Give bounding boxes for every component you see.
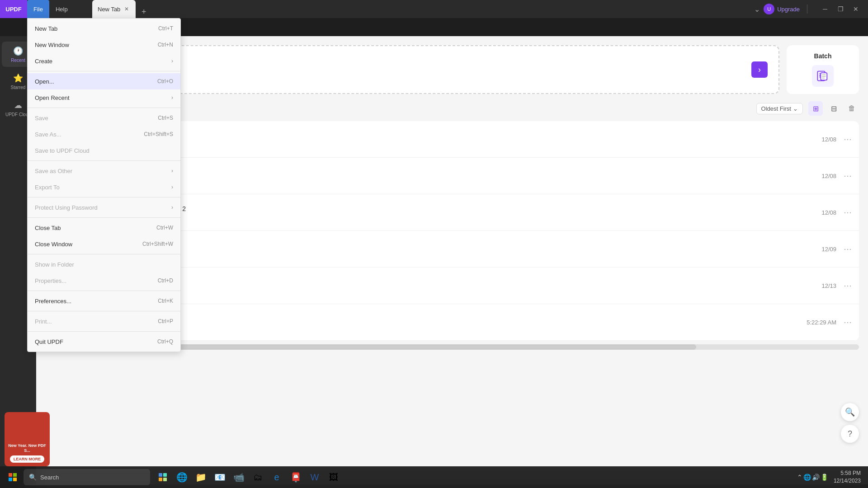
svg-rect-35 bbox=[163, 478, 167, 481]
file-more-button[interactable]: ⋯ bbox=[844, 244, 852, 254]
taskbar-widgets-icon[interactable] bbox=[154, 468, 172, 486]
view-grid-icon[interactable]: ⊞ bbox=[808, 101, 823, 116]
start-button[interactable] bbox=[4, 468, 22, 486]
separator-1 bbox=[28, 71, 180, 71]
nav-help[interactable]: Help bbox=[49, 0, 74, 18]
file-name: Arthropods bbox=[80, 132, 821, 139]
tab-new-tab[interactable]: New Tab ✕ bbox=[92, 0, 136, 18]
view-list-icon[interactable]: ⊟ bbox=[826, 101, 841, 116]
app-logo[interactable]: UPDF bbox=[0, 0, 27, 18]
menu-protect-password: Protect Using Password › bbox=[28, 199, 180, 216]
help-float-button[interactable]: ? bbox=[841, 425, 859, 443]
menu-open[interactable]: Open... Ctrl+O bbox=[28, 73, 180, 89]
battery-icon[interactable]: 🔋 bbox=[821, 474, 828, 481]
chevron-up-icon[interactable]: ⌃ bbox=[797, 474, 802, 481]
taskbar: 🔍 Search 🌐 📁 📧 📹 🗂 e 📮 W 🖼 ⌃ 🌐 🔊 🔋 5:58 … bbox=[0, 466, 868, 488]
sort-chevron-icon: ⌄ bbox=[793, 105, 798, 112]
file-info: test 📄 1/3 | 151.88 KB bbox=[80, 278, 821, 293]
taskbar-search-box[interactable]: 🔍 Search bbox=[24, 469, 150, 485]
menu-print: Print... Ctrl+P bbox=[28, 313, 180, 329]
batch-icon[interactable] bbox=[812, 65, 834, 87]
taskbar-outlook-icon[interactable]: 📮 bbox=[287, 468, 305, 486]
menu-close-window[interactable]: Close Window Ctrl+Shift+W bbox=[28, 236, 180, 252]
file-name: Arthropods large_8Dec bbox=[80, 315, 807, 322]
file-more-button[interactable]: ⋯ bbox=[844, 171, 852, 181]
file-more-button[interactable]: ⋯ bbox=[844, 281, 852, 291]
sound-icon[interactable]: 🔊 bbox=[812, 474, 820, 481]
tab-close-icon[interactable]: ✕ bbox=[123, 5, 130, 13]
recent-icon: 🕐 bbox=[13, 46, 23, 56]
network-icon[interactable]: 🌐 bbox=[803, 474, 811, 481]
ad-learn-more-button[interactable]: LEARN MORE bbox=[10, 455, 45, 463]
add-tab-button[interactable]: + bbox=[137, 5, 150, 18]
taskbar-search-label: Search bbox=[40, 474, 59, 481]
file-more-button[interactable]: ⋯ bbox=[844, 134, 852, 144]
menu-save-as: Save As... Ctrl+Shift+S bbox=[28, 126, 180, 142]
separator-9 bbox=[28, 331, 180, 332]
nav-file[interactable]: File bbox=[27, 0, 49, 18]
file-more-button[interactable]: ⋯ bbox=[844, 317, 852, 327]
ad-text: New Year. New PDF S... bbox=[5, 443, 50, 454]
file-date: 12/08 bbox=[821, 136, 836, 143]
file-date: 12/09 bbox=[821, 246, 836, 253]
taskbar-edge-icon[interactable]: e bbox=[268, 468, 286, 486]
user-avatar: U bbox=[764, 4, 774, 14]
separator-4 bbox=[28, 197, 180, 197]
titlebar-right: ⌄ U Upgrade ─ ❐ ✕ bbox=[754, 2, 868, 16]
taskbar-explorer-icon[interactable]: 🗂 bbox=[249, 468, 267, 486]
sort-dropdown[interactable]: Oldest First ⌄ bbox=[756, 103, 803, 114]
taskbar-browser-icon[interactable]: 🌐 bbox=[173, 468, 191, 486]
open-file-arrow-button[interactable]: › bbox=[751, 61, 768, 78]
star-icon: ⭐ bbox=[13, 73, 23, 83]
file-name: Dummy PDF_Copy_Merged bbox=[80, 242, 821, 249]
file-info: sec 1 📄 1/1 | 208.31 KB bbox=[80, 169, 821, 183]
svg-rect-32 bbox=[159, 473, 162, 477]
menu-quit[interactable]: Quit UPDF Ctrl+Q bbox=[28, 333, 180, 350]
taskbar-search-icon: 🔍 bbox=[29, 474, 37, 481]
taskbar-sys-icons: ⌃ 🌐 🔊 🔋 bbox=[797, 474, 828, 481]
file-dropdown-menu: New Tab Ctrl+T New Window Ctrl+N Create … bbox=[27, 18, 181, 352]
batch-section: Batch bbox=[787, 45, 859, 94]
close-button[interactable]: ✕ bbox=[849, 2, 863, 16]
nav-bar: File Help bbox=[27, 0, 74, 18]
menu-show-folder: Show in Folder bbox=[28, 256, 180, 272]
taskbar-pinned-apps: 🌐 📁 📧 📹 🗂 e 📮 W 🖼 bbox=[154, 468, 343, 486]
menu-open-recent[interactable]: Open Recent › bbox=[28, 89, 180, 106]
cloud-icon: ☁ bbox=[14, 100, 22, 110]
file-date: 12/13 bbox=[821, 282, 836, 289]
menu-create[interactable]: Create › bbox=[28, 53, 180, 69]
search-float-button[interactable]: 🔍 bbox=[841, 403, 859, 421]
file-more-button[interactable]: ⋯ bbox=[844, 207, 852, 217]
taskbar-word-icon[interactable]: W bbox=[306, 468, 324, 486]
menu-close-tab[interactable]: Close Tab Ctrl+W bbox=[28, 220, 180, 236]
taskbar-app-icon[interactable]: 🖼 bbox=[325, 468, 343, 486]
menu-preferences[interactable]: Preferences... Ctrl+K bbox=[28, 293, 180, 309]
upgrade-button[interactable]: U Upgrade bbox=[764, 4, 800, 14]
menu-new-tab[interactable]: New Tab Ctrl+T bbox=[28, 20, 180, 37]
float-buttons: 🔍 ? bbox=[841, 403, 859, 443]
ad-banner: New Year. New PDF S... LEARN MORE bbox=[5, 412, 50, 466]
delete-icon[interactable]: 🗑 bbox=[844, 101, 859, 116]
file-info: scherer acid ceramidase Cell Metab 2 📄 1… bbox=[80, 205, 821, 220]
file-name: test bbox=[80, 278, 821, 286]
taskbar-clock[interactable]: 5:58 PM 12/14/2023 bbox=[834, 469, 861, 485]
file-info: Dummy PDF_Copy_Merged 📄 1/1 | 464.60 KB bbox=[80, 242, 821, 257]
taskbar-mail-icon[interactable]: 📧 bbox=[211, 468, 229, 486]
view-controls: ⊞ ⊟ 🗑 bbox=[808, 101, 859, 116]
svg-rect-31 bbox=[13, 478, 17, 481]
menu-new-window[interactable]: New Window Ctrl+N bbox=[28, 37, 180, 53]
svg-rect-28 bbox=[9, 473, 12, 477]
file-meta: 📄 1/3 | 151.88 KB bbox=[80, 287, 821, 293]
file-meta: 📄 1/1 | 208.31 KB bbox=[80, 177, 821, 183]
minimize-button[interactable]: ─ bbox=[818, 2, 832, 16]
tabs-dropdown-icon[interactable]: ⌄ bbox=[754, 5, 760, 14]
file-meta: 📄 1/26 | 9.89 MB bbox=[80, 214, 821, 220]
separator-2 bbox=[28, 108, 180, 108]
batch-title: Batch bbox=[794, 52, 852, 60]
taskbar-meeting-icon[interactable]: 📹 bbox=[230, 468, 248, 486]
separator-5 bbox=[28, 217, 180, 218]
taskbar-files-icon[interactable]: 📁 bbox=[192, 468, 210, 486]
menu-save: Save Ctrl+S bbox=[28, 110, 180, 126]
file-meta: 📄 22/22 | 134.15 KB bbox=[80, 324, 807, 330]
maximize-button[interactable]: ❐ bbox=[834, 2, 847, 16]
